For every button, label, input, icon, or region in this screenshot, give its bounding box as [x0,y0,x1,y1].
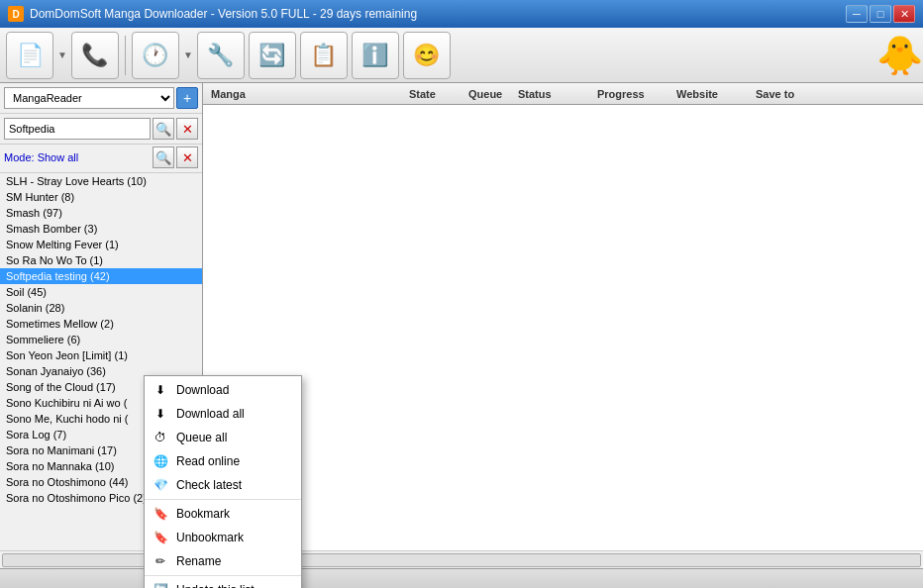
close-button[interactable]: ✕ [893,5,915,23]
source-selector-row: MangaReader MangaFox MangaHere + [0,83,202,114]
unbookmark-icon: 🔖 [153,530,168,545]
phone-button[interactable]: 📞 [71,32,119,79]
list-item[interactable]: Snow Melting Fever (1) [0,237,202,252]
queue-all-icon: ⏱ [153,430,168,445]
bookmark-icon: 🔖 [153,506,168,522]
context-menu: ⬇ Download ⬇ Download all ⏱ Queue all 🌐 … [144,375,302,588]
list-item[interactable]: Sommeliere (6) [0,332,202,347]
clock-button[interactable]: 🕐 [132,32,179,79]
mascot: 🐥 [844,28,923,83]
title-bar: D DomDomSoft Manga Downloader - Version … [0,0,923,28]
list-item-selected[interactable]: Softpedia testing (42) [0,268,202,284]
right-panel: Manga State Queue Status Progress Websit… [203,83,923,568]
search-button[interactable]: 🔍 [153,118,174,140]
ctx-read-online-label: Read online [176,454,240,468]
ctx-check-latest-label: Check latest [176,478,242,492]
ctx-update-list-item[interactable]: 🔄 Update this list [145,578,301,588]
info-button[interactable]: ℹ️ [352,32,399,79]
right-hscroll-track[interactable] [205,553,921,567]
right-hscroll[interactable] [203,550,923,568]
update-list-icon: 🔄 [153,582,168,588]
ctx-sep-1 [145,499,301,500]
toolbar: 📄 ▼ 📞 🕐 ▼ 🔧 🔄 📋 ℹ️ 😊 🐥 [0,28,923,83]
open-button[interactable]: 📄 [6,32,53,79]
col-save-to: Save to [752,88,851,100]
add-source-button[interactable]: + [176,87,198,109]
ctx-bookmark-label: Bookmark [176,507,230,521]
window-title: DomDomSoft Manga Downloader - Version 5.… [30,7,417,21]
download-all-icon: ⬇ [153,406,168,422]
mode-search-btn[interactable]: 🔍 [153,147,174,168]
ctx-read-online-item[interactable]: 🌐 Read online [145,449,301,473]
ctx-rename-label: Rename [176,554,221,568]
app-icon: D [8,6,24,22]
clock-dropdown-arrow[interactable]: ▼ [183,49,193,60]
main-area: MangaReader MangaFox MangaHere + 🔍 ✕ Mod… [0,83,923,568]
ctx-unbookmark-item[interactable]: 🔖 Unbookmark [145,526,301,549]
mode-show-all-link[interactable]: Mode: Show all [4,151,151,163]
ctx-queue-all-item[interactable]: ⏱ Queue all [145,426,301,449]
read-online-icon: 🌐 [153,453,168,469]
ctx-sep-2 [145,575,301,576]
search-clear-button[interactable]: ✕ [176,118,198,140]
left-panel: MangaReader MangaFox MangaHere + 🔍 ✕ Mod… [0,83,203,568]
mode-x-btn[interactable]: ✕ [176,147,198,168]
open-dropdown-arrow[interactable]: ▼ [57,49,67,60]
list-item[interactable]: Son Yeon Jeon [Limit] (1) [0,347,202,363]
col-state: State [405,88,464,100]
list-item[interactable]: Solanin (28) [0,300,202,316]
list-item[interactable]: SM Hunter (8) [0,189,202,205]
search-input[interactable] [4,118,151,140]
download-icon: ⬇ [153,382,168,398]
list-item[interactable]: So Ra No Wo To (1) [0,252,202,268]
list-item[interactable]: Smash (97) [0,205,202,221]
ctx-unbookmark-label: Unbookmark [176,531,244,544]
mascot-image: 🐥 [876,34,923,77]
ctx-check-latest-item[interactable]: 💎 Check latest [145,473,301,497]
list-item[interactable]: Sometimes Mellow (2) [0,316,202,332]
ctx-download-label: Download [176,383,229,397]
table-header: Manga State Queue Status Progress Websit… [203,83,923,105]
refresh-button[interactable]: 🔄 [249,32,296,79]
col-website: Website [672,88,752,100]
screwdriver-button[interactable]: 🔧 [197,32,245,79]
list-item[interactable]: SLH - Stray Love Hearts (10) [0,173,202,189]
col-manga: Manga [207,88,405,100]
ctx-download-all-label: Download all [176,407,245,421]
rename-icon: ✏ [153,553,168,569]
emoji-button[interactable]: 😊 [403,32,451,79]
toolbar-sep-1 [125,36,126,75]
check-latest-icon: 💎 [153,477,168,493]
ctx-rename-item[interactable]: ✏ Rename [145,549,301,573]
ctx-bookmark-item[interactable]: 🔖 Bookmark [145,502,301,526]
col-queue: Queue [464,88,514,100]
ctx-update-list-label: Update this list [176,583,255,588]
clipboard-button[interactable]: 📋 [300,32,348,79]
list-item[interactable]: Soil (45) [0,284,202,300]
source-dropdown[interactable]: MangaReader MangaFox MangaHere [4,87,174,109]
window-controls: ─ □ ✕ [846,5,915,23]
mode-bar: Mode: Show all 🔍 ✕ [0,145,202,173]
ctx-download-item[interactable]: ⬇ Download [145,378,301,402]
minimize-button[interactable]: ─ [846,5,868,23]
list-item[interactable]: Smash Bomber (3) [0,221,202,237]
col-status: Status [514,88,593,100]
search-bar: 🔍 ✕ [0,114,202,145]
ctx-download-all-item[interactable]: ⬇ Download all [145,402,301,426]
status-bar [0,568,923,588]
col-progress: Progress [593,88,672,100]
ctx-queue-all-label: Queue all [176,431,227,444]
table-body [203,105,923,550]
maximize-button[interactable]: □ [870,5,891,23]
